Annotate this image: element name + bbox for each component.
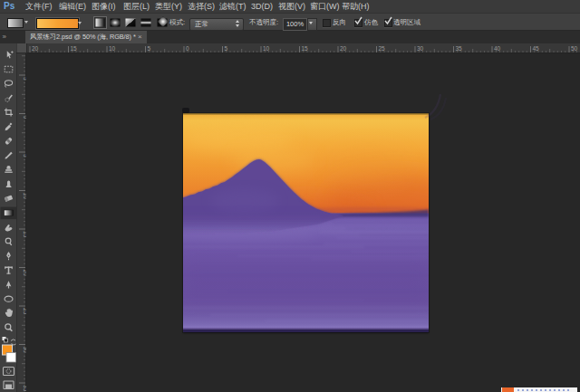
svg-text:5: 5 <box>225 44 228 51</box>
svg-text:20: 20 <box>32 44 39 51</box>
svg-text:20: 20 <box>23 270 27 277</box>
svg-text:15: 15 <box>302 44 309 51</box>
svg-text:25: 25 <box>23 308 27 315</box>
svg-text:20: 20 <box>340 44 347 51</box>
svg-text:0: 0 <box>186 44 189 51</box>
svg-text:25: 25 <box>379 44 386 51</box>
svg-text:10: 10 <box>263 44 270 51</box>
svg-text:5: 5 <box>23 154 27 158</box>
svg-text:10: 10 <box>23 193 27 200</box>
svg-text:40: 40 <box>494 44 501 51</box>
svg-text:5: 5 <box>23 77 27 81</box>
svg-text:15: 15 <box>71 44 78 51</box>
svg-text:5: 5 <box>148 44 151 51</box>
svg-text:30: 30 <box>23 347 27 354</box>
svg-text:30: 30 <box>417 44 424 51</box>
svg-text:15: 15 <box>23 231 27 238</box>
svg-text:45: 45 <box>533 44 540 51</box>
svg-text:35: 35 <box>23 385 27 392</box>
svg-text:10: 10 <box>109 44 116 51</box>
svg-text:35: 35 <box>456 44 463 51</box>
svg-text:50: 50 <box>571 44 578 51</box>
svg-text:0: 0 <box>23 116 27 120</box>
